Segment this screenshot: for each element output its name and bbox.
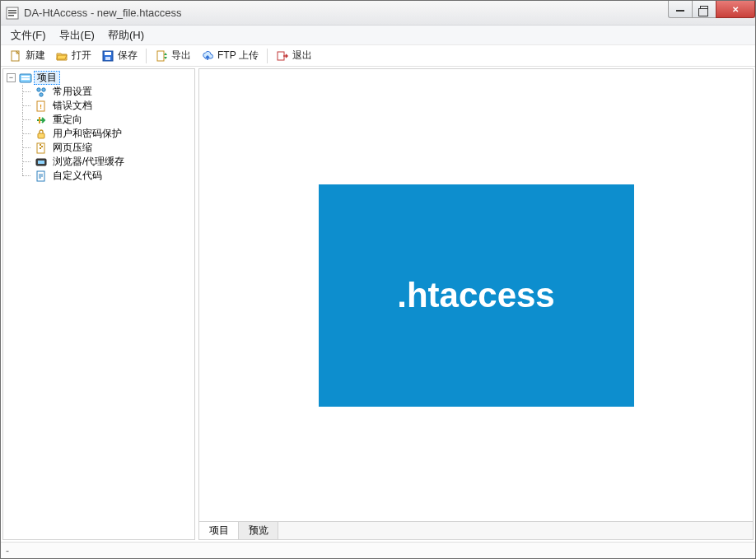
menubar: 文件(F) 导出(E) 帮助(H) [1,26,755,45]
project-icon [19,72,32,85]
minimize-button[interactable] [668,1,693,18]
svg-point-14 [42,87,45,91]
svg-rect-20 [40,144,41,146]
lock-icon [35,128,48,141]
svg-rect-8 [157,51,164,61]
new-label: 新建 [26,49,45,63]
toolbar-separator [146,49,147,63]
export-label: 导出 [171,49,191,63]
cloud-upload-icon [201,49,214,63]
svg-rect-21 [41,146,43,147]
tree-panel: − 项目 常用设置 [2,68,195,540]
svg-rect-3 [8,15,14,16]
exit-label: 退出 [292,49,312,63]
svg-rect-7 [105,57,110,60]
content-area: − 项目 常用设置 [1,67,755,542]
toolbar: 新建 打开 保存 导出 FTP 上传 [1,45,755,67]
preview-area: .htaccess [199,69,753,521]
tree-item-compression[interactable]: 网页压缩 [18,141,191,155]
svg-point-15 [40,92,43,95]
settings-icon [35,86,48,99]
tree-item-label: 用户和密码保护 [49,127,125,141]
statusbar: - [1,542,755,558]
save-icon [101,49,114,63]
preview-card-text: .htaccess [397,276,554,315]
cache-icon [35,156,48,169]
svg-point-13 [37,87,40,91]
svg-rect-1 [8,10,16,12]
window-controls: ✕ [669,1,755,19]
tab-project[interactable]: 项目 [199,522,239,539]
folder-open-icon [55,49,68,63]
tree-connector [18,99,33,113]
titlebar: DA-HtAccess - new_file.htaccess ✕ [1,1,755,26]
tree-root-node[interactable]: − 项目 [7,71,191,85]
preview-card: .htaccess [319,184,634,407]
tree-item-label: 网页压缩 [49,141,96,155]
new-file-icon [9,49,22,63]
collapse-icon[interactable]: − [7,73,16,82]
ftp-upload-button[interactable]: FTP 上传 [198,47,262,65]
window-title: DA-HtAccess - new_file.htaccess [24,7,181,19]
svg-text:!: ! [40,103,42,110]
menu-export[interactable]: 导出(E) [59,28,95,43]
tree-item-custom-code[interactable]: 自定义代码 [18,169,191,183]
tree-item-label: 重定向 [49,113,86,127]
save-label: 保存 [118,49,138,63]
tree-connector [18,85,33,99]
tree-item-general[interactable]: 常用设置 [18,85,191,99]
open-label: 打开 [72,49,91,63]
tree-root-label: 项目 [34,71,60,85]
tab-preview[interactable]: 预览 [239,522,278,539]
svg-rect-6 [105,52,111,55]
tree-connector [18,155,33,169]
app-window: DA-HtAccess - new_file.htaccess ✕ 文件(F) … [0,0,756,559]
save-button[interactable]: 保存 [98,47,141,65]
tree-item-cache[interactable]: 浏览器/代理缓存 [18,155,191,169]
menu-help[interactable]: 帮助(H) [108,28,144,43]
tree-item-label: 常用设置 [49,85,96,99]
svg-rect-18 [38,133,44,138]
tree-item-label: 自定义代码 [49,169,105,183]
compress-icon [35,142,48,155]
right-panel: .htaccess 项目 预览 [198,68,754,540]
tree-item-error-docs[interactable]: ! 错误文档 [18,99,191,113]
svg-rect-2 [8,12,16,14]
tree-item-label: 浏览器/代理缓存 [49,155,128,169]
export-button[interactable]: 导出 [152,47,194,65]
ftp-label: FTP 上传 [217,49,259,63]
exit-icon [276,49,289,63]
svg-rect-11 [21,76,30,77]
tree-item-redirect[interactable]: 重定向 [18,113,191,127]
tree-connector [18,169,33,183]
restore-icon [700,6,708,12]
svg-rect-24 [38,161,44,164]
status-text: - [6,545,9,557]
toolbar-separator [267,49,268,63]
tree-item-auth[interactable]: 用户和密码保护 [18,127,191,141]
code-file-icon [35,170,48,183]
bottom-tabstrip: 项目 预览 [199,521,753,539]
tree-item-label: 错误文档 [49,99,96,113]
tree-connector [18,141,33,155]
close-icon: ✕ [732,5,739,14]
new-button[interactable]: 新建 [6,47,49,65]
svg-rect-9 [278,52,284,60]
error-doc-icon: ! [35,100,48,113]
tree-connector [18,113,33,127]
svg-rect-22 [40,147,41,149]
maximize-button[interactable] [692,1,716,18]
svg-rect-12 [21,78,30,80]
open-button[interactable]: 打开 [52,47,95,65]
menu-file[interactable]: 文件(F) [11,28,46,43]
export-icon [155,49,168,63]
app-icon [6,7,19,20]
redirect-icon [35,114,48,127]
minimize-icon [676,10,684,12]
close-button[interactable]: ✕ [716,1,755,18]
tree-connector [18,127,33,141]
exit-button[interactable]: 退出 [273,47,315,65]
